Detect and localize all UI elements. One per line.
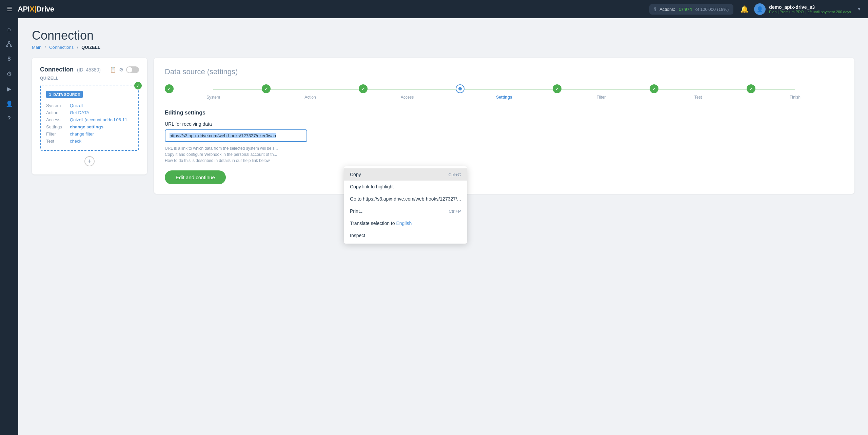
add-block-button[interactable]: + xyxy=(84,156,95,166)
context-menu-item-inspect[interactable]: Inspect xyxy=(344,229,467,242)
context-menu-item-print[interactable]: Print... Ctrl+P xyxy=(344,205,467,217)
row-value-access[interactable]: Quizell (account added 06.11.. xyxy=(70,116,133,123)
step-label-filter: Filter xyxy=(597,95,606,100)
url-desc-line2: Copy it and configure Webhook in the per… xyxy=(165,151,368,158)
context-menu-item-goto[interactable]: Go to https://s3.apix-drive.com/web-hook… xyxy=(344,193,467,205)
actions-used: 17'974 xyxy=(678,7,692,12)
user-info: demo_apix-drive_s3 Plan | Premium PRO | … xyxy=(769,4,851,14)
logo-api: API xyxy=(18,5,29,13)
connection-toggle[interactable] xyxy=(126,66,139,73)
context-menu-item-copy[interactable]: Copy Ctrl+C xyxy=(344,168,467,181)
url-input-field[interactable]: https://s3.apix-drive.com/web-hooks/1273… xyxy=(165,129,307,142)
right-card-title-sub: (settings) xyxy=(207,67,238,76)
breadcrumb-main[interactable]: Main xyxy=(32,45,41,50)
step-label-finish: Finish xyxy=(790,95,801,100)
row-value-test[interactable]: check xyxy=(70,138,133,145)
step-filter: ✓ Filter xyxy=(553,84,650,100)
hamburger-menu[interactable]: ☰ xyxy=(7,5,12,13)
user-plan: Plan | Premium PRO | left until payment … xyxy=(769,10,851,14)
logo-drive: Drive xyxy=(36,5,54,13)
step-finish: ✓ Finish xyxy=(747,84,844,100)
sidebar-item-connections[interactable] xyxy=(2,37,16,51)
breadcrumb-current: QUIZELL xyxy=(81,45,100,50)
context-menu-print-shortcut: Ctrl+P xyxy=(449,209,461,214)
table-row: Settings change settings xyxy=(46,123,133,130)
svg-point-2 xyxy=(11,45,12,47)
row-value-action[interactable]: Get DATA xyxy=(70,109,133,116)
row-value-settings[interactable]: change settings xyxy=(70,123,133,130)
nav-right: 🔔 👤 demo_apix-drive_s3 Plan | Premium PR… xyxy=(740,3,861,15)
svg-point-0 xyxy=(8,42,10,43)
step-circle-finish: ✓ xyxy=(747,84,755,93)
step-label-system: System xyxy=(206,95,220,100)
topnav: ☰ APIX|Drive ℹ Actions: 17'974 of 100'00… xyxy=(0,0,868,18)
context-menu-inspect-label: Inspect xyxy=(350,233,365,238)
layout: ⌂ $ ⚙ ▶ 👤 ? Connection Main / Connection… xyxy=(0,18,868,435)
breadcrumb: Main / Connections / QUIZELL xyxy=(32,45,854,50)
card-icons: 📋 ⚙ xyxy=(110,66,139,73)
svg-line-4 xyxy=(9,43,11,45)
url-desc-line3: How to do this is described in details i… xyxy=(165,158,368,164)
context-menu-copy-label: Copy xyxy=(350,172,361,177)
row-value-system[interactable]: Quizell xyxy=(70,102,133,109)
card-id: (ID: 45380) xyxy=(77,67,101,72)
card-header: Connection (ID: 45380) 📋 ⚙ xyxy=(40,66,139,73)
step-circle-settings xyxy=(456,84,465,93)
datasource-box: 1 DATA SOURCE ✓ System Quizell Action Ge… xyxy=(40,85,139,151)
gear-icon[interactable]: ⚙ xyxy=(119,67,123,73)
context-menu-item-copy-highlight[interactable]: Copy link to highlight xyxy=(344,181,467,193)
avatar-icon: 👤 xyxy=(756,6,763,13)
user-avatar: 👤 xyxy=(754,3,766,15)
url-description: URL is a link to which data from the sel… xyxy=(165,145,368,164)
user-name: demo_apix-drive_s3 xyxy=(769,4,851,10)
context-menu-item-translate[interactable]: Translate selection to English xyxy=(344,217,467,229)
step-label-action: Action xyxy=(304,95,316,100)
logo: APIX|Drive xyxy=(18,5,54,14)
step-label-settings: Settings xyxy=(496,95,512,100)
actions-label: Actions: xyxy=(659,7,675,12)
edit-continue-button[interactable]: Edit and continue xyxy=(165,170,226,184)
main-content: Connection Main / Connections / QUIZELL … xyxy=(18,18,868,435)
copy-doc-icon[interactable]: 📋 xyxy=(110,67,116,73)
sidebar-item-help[interactable]: ? xyxy=(2,112,16,125)
logo-x: X xyxy=(29,5,34,13)
card-header-left: Connection (ID: 45380) xyxy=(40,66,101,73)
bell-icon[interactable]: 🔔 xyxy=(740,5,749,13)
sidebar-item-settings[interactable]: ⚙ xyxy=(2,67,16,81)
logo-text: APIX|Drive xyxy=(18,5,54,14)
breadcrumb-sep-1: / xyxy=(45,45,46,50)
page-title: Connection xyxy=(32,28,854,43)
sidebar: ⌂ $ ⚙ ▶ 👤 ? xyxy=(0,18,18,435)
url-selected-text: https://s3.apix-drive.com/web-hooks/1273… xyxy=(170,133,276,138)
row-value-filter[interactable]: change filter xyxy=(70,130,133,138)
steps-row: ✓ System ✓ Action xyxy=(165,84,844,100)
cards-row: Connection (ID: 45380) 📋 ⚙ QUIZELL 1 DAT… xyxy=(32,58,854,194)
breadcrumb-connections[interactable]: Connections xyxy=(49,45,74,50)
svg-point-1 xyxy=(6,45,8,47)
dropdown-arrow-icon: ▼ xyxy=(857,7,861,12)
step-test: ✓ Test xyxy=(650,84,747,100)
datasource-check-icon: ✓ xyxy=(134,81,142,90)
context-menu-copy-shortcut: Ctrl+C xyxy=(448,172,461,177)
table-row: Action Get DATA xyxy=(46,109,133,116)
step-label-access: Access xyxy=(401,95,414,100)
right-card-title: Data source (settings) xyxy=(165,67,844,76)
left-card: Connection (ID: 45380) 📋 ⚙ QUIZELL 1 DAT… xyxy=(32,58,147,174)
sidebar-item-account[interactable]: 👤 xyxy=(2,97,16,110)
context-menu-translate-label: Translate selection to English xyxy=(350,221,412,226)
row-label-system: System xyxy=(46,102,70,109)
right-card: Data source (settings) ✓ System xyxy=(154,58,854,194)
sidebar-item-home[interactable]: ⌂ xyxy=(2,22,16,36)
card-title: Connection xyxy=(40,66,74,73)
editing-title: Editing settings xyxy=(165,110,844,116)
sidebar-item-billing[interactable]: $ xyxy=(2,52,16,66)
row-label-action: Action xyxy=(46,109,70,116)
step-circle-access: ✓ xyxy=(359,84,368,93)
datasource-num: 1 xyxy=(49,92,51,97)
sidebar-item-video[interactable]: ▶ xyxy=(2,82,16,96)
step-label-test: Test xyxy=(694,95,702,100)
actions-total-text: of 100'000 (18%) xyxy=(695,7,729,12)
step-settings: Settings xyxy=(456,84,553,100)
user-section[interactable]: 👤 demo_apix-drive_s3 Plan | Premium PRO … xyxy=(754,3,861,15)
step-circle-test: ✓ xyxy=(650,84,658,93)
